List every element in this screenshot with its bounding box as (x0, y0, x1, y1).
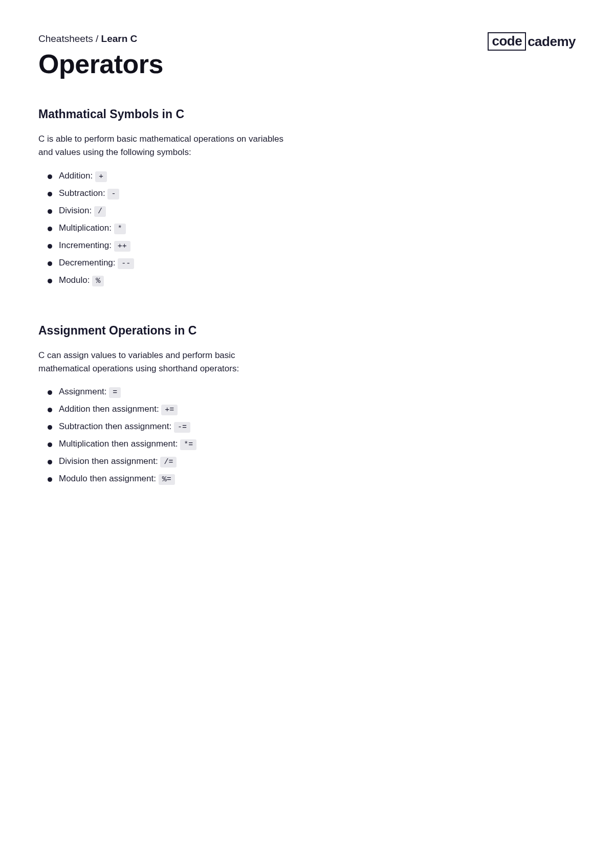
code-token: -- (118, 258, 134, 269)
list-item: Multiplication: * (48, 223, 284, 233)
item-label: Decrementing: (59, 258, 118, 268)
page-header: Cheatsheets / Learn C Operators codecade… (38, 33, 576, 79)
item-label: Addition then assignment: (59, 404, 161, 414)
list-item: Division: / (48, 206, 284, 216)
item-label: Modulo then assignment: (59, 474, 159, 483)
code-token: %= (159, 474, 175, 485)
list-item: Addition then assignment: += (48, 404, 284, 414)
list-item: Subtraction then assignment: -= (48, 421, 284, 432)
code-token: *= (180, 439, 196, 450)
code-token: - (107, 189, 119, 199)
page-title: Operators (38, 49, 163, 79)
list-item: Subtraction: - (48, 188, 284, 198)
code-token: ++ (114, 241, 130, 252)
code-token: % (92, 276, 104, 286)
breadcrumb: Cheatsheets / Learn C (38, 33, 163, 44)
code-token: -= (174, 422, 190, 433)
list-item: Division then assignment: /= (48, 456, 284, 466)
list-item: Decrementing: -- (48, 258, 284, 268)
item-label: Division: (59, 206, 94, 215)
code-token: / (94, 206, 106, 217)
code-token: * (114, 224, 126, 234)
logo-box: code (488, 32, 526, 51)
list-item: Addition: + (48, 171, 284, 181)
section-description: C is able to perform basic mathematical … (38, 132, 284, 160)
item-label: Subtraction: (59, 188, 107, 198)
operator-list: Addition: + Subtraction: - Division: / M… (38, 171, 284, 285)
item-label: Modulo: (59, 275, 92, 285)
operator-list: Assignment: = Addition then assignment: … (38, 387, 284, 484)
breadcrumb-prefix: Cheatsheets / (38, 33, 101, 44)
codecademy-logo: codecademy (488, 32, 576, 51)
logo-text: cademy (528, 34, 576, 50)
content-area: Mathmatical Symbols in C C is able to pe… (38, 107, 284, 484)
list-item: Multiplication then assignment: *= (48, 439, 284, 449)
item-label: Division then assignment: (59, 456, 160, 466)
item-label: Multiplication: (59, 223, 114, 233)
code-token: += (161, 405, 178, 415)
code-token: + (95, 171, 107, 182)
item-label: Subtraction then assignment: (59, 421, 174, 431)
section-assignment-ops: Assignment Operations in C C can assign … (38, 324, 284, 484)
section-math-symbols: Mathmatical Symbols in C C is able to pe… (38, 107, 284, 285)
breadcrumb-area: Cheatsheets / Learn C Operators (38, 33, 163, 79)
list-item: Modulo: % (48, 275, 284, 285)
code-token: = (109, 387, 121, 398)
code-token: /= (160, 457, 177, 468)
item-label: Addition: (59, 171, 95, 181)
list-item: Incrementing: ++ (48, 240, 284, 251)
section-description: C can assign values to variables and per… (38, 349, 284, 376)
breadcrumb-current: Learn C (101, 33, 138, 44)
section-title: Assignment Operations in C (38, 324, 284, 338)
item-label: Incrementing: (59, 240, 114, 250)
list-item: Assignment: = (48, 387, 284, 397)
list-item: Modulo then assignment: %= (48, 474, 284, 484)
item-label: Assignment: (59, 387, 109, 396)
item-label: Multiplication then assignment: (59, 439, 180, 449)
section-title: Mathmatical Symbols in C (38, 107, 284, 121)
